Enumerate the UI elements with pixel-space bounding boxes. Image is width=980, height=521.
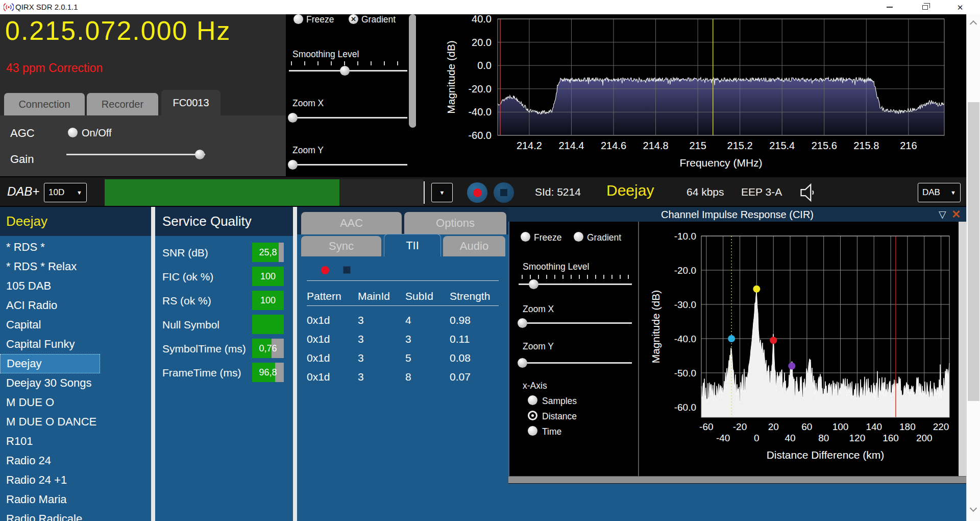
station-list: * RDS ** RDS * Relax105 DABACI RadioCapi… [0, 238, 151, 521]
tab-fc0013[interactable]: FC0013 [161, 90, 220, 115]
station-list-item[interactable]: M DUE O DANCE [0, 412, 151, 432]
tuner-tab-content: AGC On/Off Gain [0, 115, 286, 176]
divider-line [307, 280, 499, 281]
svg-text:0.0: 0.0 [477, 60, 492, 71]
app-logo-icon [4, 3, 14, 11]
main-vertical-scrollbar[interactable] [966, 14, 980, 521]
scroll-up-icon[interactable] [970, 20, 977, 28]
tii-table-row[interactable]: 0x1d340.98 [307, 314, 499, 326]
tab-audio[interactable]: Audio [443, 236, 505, 256]
ensemble-progress-fill: EId: 5009DAB Italia2025-08-08 19:30:30 Z [105, 179, 339, 206]
spectrum-controls-panel: Freeze ✕ Gradient Smoothing Level Zoom X… [286, 14, 416, 176]
smoothing-slider-thumb[interactable] [340, 66, 350, 76]
channel-select[interactable]: 10D ▼ [44, 183, 87, 202]
cir-horizontal-scrollbar[interactable] [508, 476, 966, 483]
panel-divider [151, 207, 155, 521]
cir-gradient-radio[interactable] [574, 232, 583, 242]
quality-bar [252, 315, 284, 334]
cir-xaxis-option-label: Distance [542, 411, 577, 422]
svg-text:220: 220 [933, 421, 949, 432]
zoomy-slider-thumb[interactable] [288, 160, 298, 170]
quality-bar: 25,8 [252, 243, 284, 262]
tab-options[interactable]: Options [404, 212, 506, 234]
tii-header-cell: Strength [450, 290, 499, 302]
spectrum-freeze-radio[interactable] [293, 14, 303, 24]
zoomx-slider-thumb[interactable] [288, 113, 298, 123]
chevron-down-icon: ▼ [439, 190, 445, 196]
minimize-button[interactable] [878, 0, 901, 14]
tab-tii[interactable]: TII [384, 234, 441, 256]
tab-recorder[interactable]: Recorder [87, 93, 158, 115]
cir-close-icon[interactable]: ✕ [951, 208, 961, 221]
quality-value: 100 [252, 291, 284, 310]
station-list-item[interactable]: Radio Maria [0, 490, 151, 509]
restore-button[interactable] [913, 0, 937, 14]
cir-zoomy-thumb[interactable] [518, 358, 527, 368]
expand-button[interactable]: ▼ [431, 183, 453, 202]
cir-zoomx-label: Zoom X [523, 304, 554, 315]
tab-connection[interactable]: Connection [4, 93, 85, 115]
close-button[interactable]: ✕ [948, 0, 972, 14]
output-select[interactable]: DAB ▼ [918, 183, 961, 202]
speaker-icon[interactable] [799, 182, 817, 203]
gain-slider-thumb[interactable] [195, 150, 205, 159]
spectrum-gradient-radio[interactable]: ✕ [349, 14, 358, 24]
spectrum-panel-scrollbar[interactable] [409, 14, 416, 128]
station-list-item[interactable]: M DUE O [0, 393, 151, 412]
station-list-item[interactable]: Radio 24 +1 [0, 470, 151, 490]
gain-slider[interactable] [66, 149, 205, 160]
cir-xaxis-radio-distance[interactable] [528, 411, 537, 420]
window-title: QIRX SDR 2.0.1.1 [15, 3, 78, 11]
cir-xaxis-radio-time[interactable] [528, 426, 537, 436]
station-list-item[interactable]: Capital Funky [0, 335, 151, 354]
quality-value: 100 [252, 267, 284, 286]
spectrum-smoothing-slider[interactable] [289, 65, 407, 76]
spectrum-zoomx-slider[interactable] [289, 112, 407, 123]
frame-indicator-icon [343, 266, 351, 274]
quality-row: SymbolTime (ms)0,76 [155, 339, 293, 359]
svg-text:140: 140 [866, 421, 882, 432]
tab-sync[interactable]: Sync [301, 236, 381, 256]
station-list-item[interactable]: R101 [0, 432, 151, 451]
scroll-down-icon[interactable] [970, 505, 977, 512]
spectrum-zoomy-slider[interactable] [289, 159, 407, 170]
cir-smoothing-slider[interactable] [519, 279, 632, 290]
tii-table-row[interactable]: 0x1d380.07 [307, 371, 499, 383]
agc-label: AGC [10, 127, 35, 140]
cir-xaxis-radio-samples[interactable] [528, 395, 537, 405]
scrollbar-thumb[interactable] [968, 102, 979, 401]
current-station-label: Deejay [6, 214, 47, 229]
station-list-item[interactable]: 105 DAB [0, 276, 151, 296]
quality-row: SNR (dB)25,8 [155, 243, 293, 263]
station-list-item[interactable]: * RDS * Relax [0, 257, 151, 276]
station-list-item[interactable]: Deejay [0, 354, 100, 373]
station-list-item[interactable]: Deejay 30 Songs [0, 373, 151, 393]
cir-collapse-icon[interactable]: ▽ [939, 208, 946, 220]
tuner-panel: 0.215.072.000 Hz 43 ppm Correction Conne… [0, 14, 286, 176]
station-list-item[interactable]: Capital [0, 315, 151, 335]
cir-zoomx-slider[interactable] [519, 318, 632, 328]
station-list-item[interactable]: Radio 24 [0, 451, 151, 470]
quality-label: FIC (ok %) [162, 271, 213, 283]
station-list-item[interactable]: Radio Radicale [0, 509, 151, 521]
cir-zoomy-slider[interactable] [519, 358, 632, 368]
tii-table-row[interactable]: 0x1d330.11 [307, 333, 499, 345]
cir-title-bar[interactable]: Channel Impulse Response (CIR) ▽ ✕ [508, 206, 966, 222]
tii-cell: 8 [405, 371, 450, 383]
cir-smoothing-thumb[interactable] [529, 279, 538, 289]
station-list-item[interactable]: ACI Radio [0, 296, 151, 315]
stop-button[interactable] [494, 182, 514, 203]
title-bar: QIRX SDR 2.0.1.1 ✕ [0, 0, 980, 14]
quality-label: SymbolTime (ms) [162, 343, 246, 355]
record-button[interactable] [467, 182, 487, 203]
cir-freeze-radio[interactable] [521, 232, 530, 242]
tab-aac[interactable]: AAC [301, 212, 402, 234]
station-list-item[interactable]: * RDS * [0, 238, 151, 257]
cir-xaxis-option-label: Samples [542, 396, 577, 407]
cir-zoomx-thumb[interactable] [518, 318, 527, 328]
tii-cell: 5 [405, 352, 450, 364]
tii-table-row[interactable]: 0x1d350.08 [307, 352, 499, 364]
gain-slider-track[interactable] [66, 154, 205, 155]
station-list-panel: Deejay * RDS ** RDS * Relax105 DABACI Ra… [0, 207, 151, 521]
agc-radio[interactable] [68, 128, 78, 137]
